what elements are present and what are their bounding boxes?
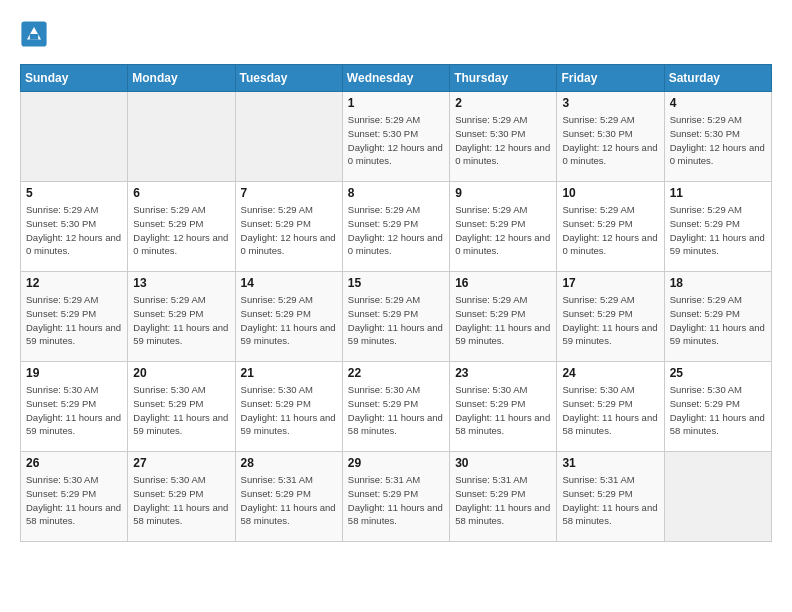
calendar-cell: 17Sunrise: 5:29 AM Sunset: 5:29 PM Dayli… — [557, 272, 664, 362]
calendar-week-row: 19Sunrise: 5:30 AM Sunset: 5:29 PM Dayli… — [21, 362, 772, 452]
calendar-week-row: 26Sunrise: 5:30 AM Sunset: 5:29 PM Dayli… — [21, 452, 772, 542]
day-number: 23 — [455, 366, 551, 380]
day-info: Sunrise: 5:29 AM Sunset: 5:29 PM Dayligh… — [348, 293, 444, 348]
day-info: Sunrise: 5:29 AM Sunset: 5:29 PM Dayligh… — [348, 203, 444, 258]
day-info: Sunrise: 5:29 AM Sunset: 5:29 PM Dayligh… — [455, 293, 551, 348]
day-info: Sunrise: 5:30 AM Sunset: 5:29 PM Dayligh… — [133, 473, 229, 528]
day-number: 2 — [455, 96, 551, 110]
day-info: Sunrise: 5:29 AM Sunset: 5:29 PM Dayligh… — [241, 203, 337, 258]
calendar-cell: 20Sunrise: 5:30 AM Sunset: 5:29 PM Dayli… — [128, 362, 235, 452]
calendar-header: SundayMondayTuesdayWednesdayThursdayFrid… — [21, 65, 772, 92]
day-info: Sunrise: 5:29 AM Sunset: 5:29 PM Dayligh… — [670, 293, 766, 348]
day-info: Sunrise: 5:29 AM Sunset: 5:30 PM Dayligh… — [455, 113, 551, 168]
calendar-week-row: 5Sunrise: 5:29 AM Sunset: 5:30 PM Daylig… — [21, 182, 772, 272]
calendar-cell: 23Sunrise: 5:30 AM Sunset: 5:29 PM Dayli… — [450, 362, 557, 452]
day-number: 5 — [26, 186, 122, 200]
day-number: 9 — [455, 186, 551, 200]
day-info: Sunrise: 5:29 AM Sunset: 5:30 PM Dayligh… — [562, 113, 658, 168]
calendar-cell: 24Sunrise: 5:30 AM Sunset: 5:29 PM Dayli… — [557, 362, 664, 452]
weekday-header-thursday: Thursday — [450, 65, 557, 92]
day-number: 18 — [670, 276, 766, 290]
calendar-cell: 21Sunrise: 5:30 AM Sunset: 5:29 PM Dayli… — [235, 362, 342, 452]
calendar-cell: 2Sunrise: 5:29 AM Sunset: 5:30 PM Daylig… — [450, 92, 557, 182]
calendar-cell — [128, 92, 235, 182]
day-number: 25 — [670, 366, 766, 380]
day-info: Sunrise: 5:31 AM Sunset: 5:29 PM Dayligh… — [562, 473, 658, 528]
calendar-cell: 18Sunrise: 5:29 AM Sunset: 5:29 PM Dayli… — [664, 272, 771, 362]
day-number: 16 — [455, 276, 551, 290]
calendar-cell — [235, 92, 342, 182]
calendar-cell: 27Sunrise: 5:30 AM Sunset: 5:29 PM Dayli… — [128, 452, 235, 542]
day-info: Sunrise: 5:29 AM Sunset: 5:29 PM Dayligh… — [562, 293, 658, 348]
calendar-cell: 22Sunrise: 5:30 AM Sunset: 5:29 PM Dayli… — [342, 362, 449, 452]
calendar-cell: 30Sunrise: 5:31 AM Sunset: 5:29 PM Dayli… — [450, 452, 557, 542]
calendar-cell: 13Sunrise: 5:29 AM Sunset: 5:29 PM Dayli… — [128, 272, 235, 362]
calendar-cell: 26Sunrise: 5:30 AM Sunset: 5:29 PM Dayli… — [21, 452, 128, 542]
day-info: Sunrise: 5:30 AM Sunset: 5:29 PM Dayligh… — [670, 383, 766, 438]
day-number: 21 — [241, 366, 337, 380]
day-number: 29 — [348, 456, 444, 470]
day-info: Sunrise: 5:29 AM Sunset: 5:29 PM Dayligh… — [133, 293, 229, 348]
logo — [20, 20, 52, 48]
day-info: Sunrise: 5:30 AM Sunset: 5:29 PM Dayligh… — [241, 383, 337, 438]
day-info: Sunrise: 5:29 AM Sunset: 5:29 PM Dayligh… — [562, 203, 658, 258]
day-info: Sunrise: 5:29 AM Sunset: 5:29 PM Dayligh… — [455, 203, 551, 258]
calendar-cell: 16Sunrise: 5:29 AM Sunset: 5:29 PM Dayli… — [450, 272, 557, 362]
day-info: Sunrise: 5:30 AM Sunset: 5:29 PM Dayligh… — [133, 383, 229, 438]
svg-rect-2 — [30, 34, 38, 40]
calendar-cell: 19Sunrise: 5:30 AM Sunset: 5:29 PM Dayli… — [21, 362, 128, 452]
calendar-cell: 10Sunrise: 5:29 AM Sunset: 5:29 PM Dayli… — [557, 182, 664, 272]
calendar-body: 1Sunrise: 5:29 AM Sunset: 5:30 PM Daylig… — [21, 92, 772, 542]
day-info: Sunrise: 5:29 AM Sunset: 5:30 PM Dayligh… — [26, 203, 122, 258]
calendar-cell — [664, 452, 771, 542]
day-number: 15 — [348, 276, 444, 290]
day-number: 6 — [133, 186, 229, 200]
day-number: 13 — [133, 276, 229, 290]
weekday-header-row: SundayMondayTuesdayWednesdayThursdayFrid… — [21, 65, 772, 92]
day-info: Sunrise: 5:31 AM Sunset: 5:29 PM Dayligh… — [241, 473, 337, 528]
calendar-week-row: 12Sunrise: 5:29 AM Sunset: 5:29 PM Dayli… — [21, 272, 772, 362]
calendar-cell: 29Sunrise: 5:31 AM Sunset: 5:29 PM Dayli… — [342, 452, 449, 542]
day-info: Sunrise: 5:29 AM Sunset: 5:29 PM Dayligh… — [26, 293, 122, 348]
calendar-cell: 31Sunrise: 5:31 AM Sunset: 5:29 PM Dayli… — [557, 452, 664, 542]
day-number: 27 — [133, 456, 229, 470]
day-number: 17 — [562, 276, 658, 290]
day-number: 28 — [241, 456, 337, 470]
day-number: 10 — [562, 186, 658, 200]
day-info: Sunrise: 5:30 AM Sunset: 5:29 PM Dayligh… — [455, 383, 551, 438]
header — [20, 20, 772, 48]
day-number: 19 — [26, 366, 122, 380]
day-number: 24 — [562, 366, 658, 380]
day-number: 14 — [241, 276, 337, 290]
day-number: 8 — [348, 186, 444, 200]
calendar-cell: 25Sunrise: 5:30 AM Sunset: 5:29 PM Dayli… — [664, 362, 771, 452]
calendar-cell: 12Sunrise: 5:29 AM Sunset: 5:29 PM Dayli… — [21, 272, 128, 362]
logo-icon — [20, 20, 48, 48]
day-info: Sunrise: 5:30 AM Sunset: 5:29 PM Dayligh… — [348, 383, 444, 438]
calendar-cell: 7Sunrise: 5:29 AM Sunset: 5:29 PM Daylig… — [235, 182, 342, 272]
day-info: Sunrise: 5:30 AM Sunset: 5:29 PM Dayligh… — [562, 383, 658, 438]
day-number: 11 — [670, 186, 766, 200]
day-number: 1 — [348, 96, 444, 110]
day-info: Sunrise: 5:30 AM Sunset: 5:29 PM Dayligh… — [26, 473, 122, 528]
calendar-cell: 5Sunrise: 5:29 AM Sunset: 5:30 PM Daylig… — [21, 182, 128, 272]
weekday-header-wednesday: Wednesday — [342, 65, 449, 92]
day-number: 3 — [562, 96, 658, 110]
weekday-header-monday: Monday — [128, 65, 235, 92]
calendar-cell: 28Sunrise: 5:31 AM Sunset: 5:29 PM Dayli… — [235, 452, 342, 542]
day-info: Sunrise: 5:31 AM Sunset: 5:29 PM Dayligh… — [348, 473, 444, 528]
weekday-header-friday: Friday — [557, 65, 664, 92]
calendar-cell: 14Sunrise: 5:29 AM Sunset: 5:29 PM Dayli… — [235, 272, 342, 362]
calendar-cell: 6Sunrise: 5:29 AM Sunset: 5:29 PM Daylig… — [128, 182, 235, 272]
day-info: Sunrise: 5:29 AM Sunset: 5:30 PM Dayligh… — [348, 113, 444, 168]
calendar-cell: 4Sunrise: 5:29 AM Sunset: 5:30 PM Daylig… — [664, 92, 771, 182]
weekday-header-tuesday: Tuesday — [235, 65, 342, 92]
day-number: 4 — [670, 96, 766, 110]
calendar-cell: 1Sunrise: 5:29 AM Sunset: 5:30 PM Daylig… — [342, 92, 449, 182]
weekday-header-saturday: Saturday — [664, 65, 771, 92]
day-number: 12 — [26, 276, 122, 290]
calendar-cell: 9Sunrise: 5:29 AM Sunset: 5:29 PM Daylig… — [450, 182, 557, 272]
calendar-cell: 15Sunrise: 5:29 AM Sunset: 5:29 PM Dayli… — [342, 272, 449, 362]
day-number: 26 — [26, 456, 122, 470]
day-info: Sunrise: 5:29 AM Sunset: 5:29 PM Dayligh… — [670, 203, 766, 258]
